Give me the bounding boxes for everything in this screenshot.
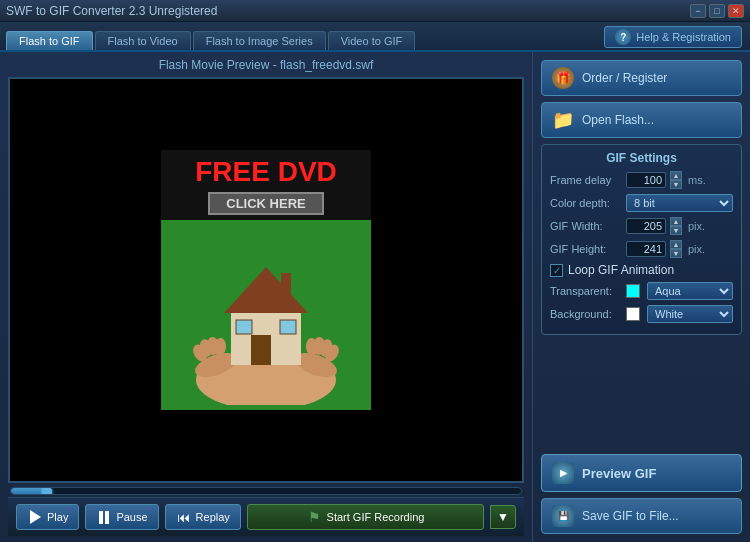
svg-rect-13 xyxy=(251,335,271,365)
help-icon: ? xyxy=(615,29,631,45)
pause-icon xyxy=(96,509,112,525)
frame-delay-spinners: ▲ ▼ xyxy=(670,171,682,189)
frame-delay-down[interactable]: ▼ xyxy=(670,180,682,189)
order-icon: 🎁 xyxy=(552,67,574,89)
tab-flash-to-image-series[interactable]: Flash to Image Series xyxy=(193,31,326,50)
gif-settings-panel: GIF Settings Frame delay ▲ ▼ ms. Color d… xyxy=(541,144,742,335)
transparent-row: Transparent: Aqua None White Black xyxy=(550,282,733,300)
tab-flash-to-gif[interactable]: Flash to GIF xyxy=(6,31,93,50)
flash-inner: FREE DVD CLICK HERE xyxy=(161,150,371,410)
gif-width-input[interactable] xyxy=(626,218,666,234)
bottom-buttons: ▶ Preview GIF 💾 Save GIF to File... xyxy=(541,454,742,534)
record-icon: ⚑ xyxy=(307,509,323,525)
house-image xyxy=(186,225,346,405)
video-container: FREE DVD CLICK HERE xyxy=(8,77,524,483)
help-registration-button[interactable]: ? Help & Registration xyxy=(604,26,742,48)
minimize-button[interactable]: − xyxy=(690,4,706,18)
frame-delay-up[interactable]: ▲ xyxy=(670,171,682,180)
gif-height-down[interactable]: ▼ xyxy=(670,249,682,258)
preview-gif-icon: ▶ xyxy=(552,462,574,484)
svg-marker-12 xyxy=(224,267,308,313)
free-dvd-text: FREE DVD xyxy=(195,156,337,188)
gif-height-unit: pix. xyxy=(688,243,705,255)
titlebar: SWF to GIF Converter 2.3 Unregistered − … xyxy=(0,0,750,22)
start-gif-recording-button[interactable]: ⚑ Start GIF Recording xyxy=(247,504,484,530)
flash-bottom xyxy=(161,220,371,410)
flash-preview: FREE DVD CLICK HERE xyxy=(10,79,522,481)
loop-row: ✓ Loop GIF Animation xyxy=(550,263,733,277)
maximize-button[interactable]: □ xyxy=(709,4,725,18)
gif-width-down[interactable]: ▼ xyxy=(670,226,682,235)
tabs-bar: Flash to GIF Flash to Video Flash to Ima… xyxy=(0,22,750,52)
color-depth-row: Color depth: 8 bit 16 bit 24 bit xyxy=(550,194,733,212)
gif-height-row: GIF Height: ▲ ▼ pix. xyxy=(550,240,733,258)
open-flash-button[interactable]: 📁 Open Flash... xyxy=(541,102,742,138)
progress-bar-container[interactable] xyxy=(8,483,524,497)
left-panel: Flash Movie Preview - flash_freedvd.swf … xyxy=(0,52,532,542)
frame-delay-unit: ms. xyxy=(688,174,706,186)
replay-button[interactable]: ⏮ Replay xyxy=(165,504,241,530)
frame-delay-label: Frame delay xyxy=(550,174,622,186)
flash-top: FREE DVD CLICK HERE xyxy=(161,150,371,220)
progress-handle[interactable] xyxy=(42,487,52,495)
gif-width-label: GIF Width: xyxy=(550,220,622,232)
gif-width-unit: pix. xyxy=(688,220,705,232)
save-icon: 💾 xyxy=(552,505,574,527)
background-row: Background: White Black Custom xyxy=(550,305,733,323)
frame-delay-row: Frame delay ▲ ▼ ms. xyxy=(550,171,733,189)
preview-gif-button[interactable]: ▶ Preview GIF xyxy=(541,454,742,492)
tab-flash-to-video[interactable]: Flash to Video xyxy=(95,31,191,50)
save-gif-button[interactable]: 💾 Save GIF to File... xyxy=(541,498,742,534)
right-panel: 🎁 Order / Register 📁 Open Flash... GIF S… xyxy=(532,52,750,542)
gif-width-up[interactable]: ▲ xyxy=(670,217,682,226)
gif-height-up[interactable]: ▲ xyxy=(670,240,682,249)
gif-height-label: GIF Height: xyxy=(550,243,622,255)
folder-icon: 📁 xyxy=(552,109,574,131)
tab-video-to-gif[interactable]: Video to GIF xyxy=(328,31,416,50)
main-content: Flash Movie Preview - flash_freedvd.swf … xyxy=(0,52,750,542)
transparent-select[interactable]: Aqua None White Black xyxy=(647,282,733,300)
frame-delay-input[interactable] xyxy=(626,172,666,188)
background-select[interactable]: White Black Custom xyxy=(647,305,733,323)
loop-label: Loop GIF Animation xyxy=(568,263,674,277)
background-swatch xyxy=(626,307,640,321)
play-button[interactable]: Play xyxy=(16,504,79,530)
color-depth-select[interactable]: 8 bit 16 bit 24 bit xyxy=(626,194,733,212)
svg-rect-16 xyxy=(281,273,291,295)
app-title: SWF to GIF Converter 2.3 Unregistered xyxy=(6,4,217,18)
svg-rect-14 xyxy=(236,320,252,334)
gif-width-row: GIF Width: ▲ ▼ pix. xyxy=(550,217,733,235)
close-button[interactable]: ✕ xyxy=(728,4,744,18)
gif-height-input[interactable] xyxy=(626,241,666,257)
color-depth-label: Color depth: xyxy=(550,197,622,209)
preview-title: Flash Movie Preview - flash_freedvd.swf xyxy=(8,58,524,72)
replay-icon: ⏮ xyxy=(176,509,192,525)
window-controls: − □ ✕ xyxy=(690,4,744,18)
pause-button[interactable]: Pause xyxy=(85,504,158,530)
settings-title: GIF Settings xyxy=(550,151,733,165)
transparent-label: Transparent: xyxy=(550,285,622,297)
gif-height-spinners: ▲ ▼ xyxy=(670,240,682,258)
gif-width-spinners: ▲ ▼ xyxy=(670,217,682,235)
progress-track[interactable] xyxy=(10,487,522,495)
order-register-button[interactable]: 🎁 Order / Register xyxy=(541,60,742,96)
background-label: Background: xyxy=(550,308,622,320)
control-bar: Play Pause ⏮ Replay ⚑ Start GIF Recordin… xyxy=(8,497,524,536)
svg-rect-15 xyxy=(280,320,296,334)
click-here-button: CLICK HERE xyxy=(208,192,323,215)
loop-checkbox[interactable]: ✓ xyxy=(550,264,563,277)
transparent-swatch xyxy=(626,284,640,298)
record-dropdown-arrow[interactable]: ▼ xyxy=(490,505,516,529)
play-icon xyxy=(27,509,43,525)
